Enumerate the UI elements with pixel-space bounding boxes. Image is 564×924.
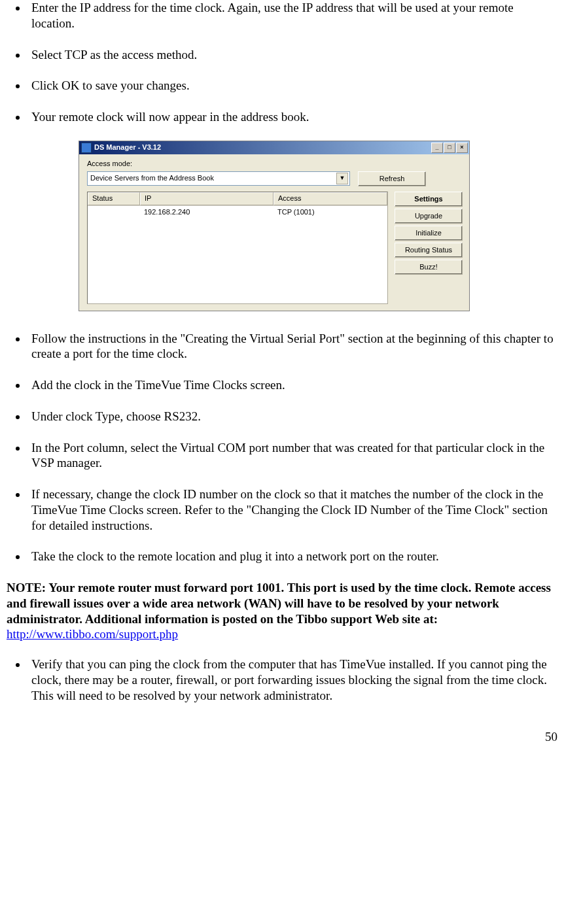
bullet-item: Under clock Type, choose RS232. — [27, 409, 557, 424]
col-status[interactable]: Status — [88, 192, 140, 205]
note-paragraph: NOTE: Your remote router must forward po… — [7, 580, 557, 642]
access-mode-label: Access mode: — [87, 160, 138, 169]
initialize-button[interactable]: Initialize — [395, 226, 463, 241]
table-row[interactable]: 192.168.2.240 TCP (1001) — [88, 206, 387, 219]
bullet-item: If necessary, change the clock ID number… — [27, 487, 557, 533]
app-icon — [81, 143, 92, 153]
bullet-item: Your remote clock will now appear in the… — [27, 109, 557, 125]
bullet-list-top: Enter the IP address for the time clock.… — [7, 0, 557, 125]
chevron-down-icon[interactable]: ▼ — [336, 173, 348, 184]
ds-manager-window: DS Manager - V3.12 _ □ × Access mode: De… — [79, 141, 470, 311]
page-number: 50 — [7, 729, 557, 745]
cell-ip: 192.168.2.240 — [140, 207, 273, 218]
maximize-button[interactable]: □ — [444, 143, 455, 153]
bullet-item: Verify that you can ping the clock from … — [27, 657, 557, 703]
device-list[interactable]: Status IP Access 192.168.2.240 TCP (1001… — [87, 192, 388, 304]
screenshot-figure: DS Manager - V3.12 _ □ × Access mode: De… — [79, 141, 557, 311]
col-ip[interactable]: IP — [140, 192, 273, 205]
settings-button[interactable]: Settings — [395, 192, 463, 207]
note-text: NOTE: Your remote router must forward po… — [7, 581, 551, 626]
bullet-item: Select TCP as the access method. — [27, 47, 557, 63]
upgrade-button[interactable]: Upgrade — [395, 209, 463, 224]
bullet-list-bottom: Verify that you can ping the clock from … — [7, 657, 557, 703]
refresh-button[interactable]: Refresh — [358, 171, 426, 186]
cell-access: TCP (1001) — [273, 207, 387, 218]
bullet-list-mid: Follow the instructions in the "Creating… — [7, 331, 557, 565]
bullet-item: Enter the IP address for the time clock.… — [27, 0, 557, 31]
access-mode-dropdown[interactable]: Device Servers from the Address Book ▼ — [87, 171, 350, 186]
tibbo-support-link[interactable]: http://www.tibbo.com/support.php — [7, 627, 178, 641]
bullet-item: Follow the instructions in the "Creating… — [27, 331, 557, 362]
bullet-item: In the Port column, select the Virtual C… — [27, 440, 557, 471]
minimize-button[interactable]: _ — [431, 143, 443, 153]
bullet-item: Click OK to save your changes. — [27, 78, 557, 94]
window-title: DS Manager - V3.12 — [94, 143, 431, 152]
cell-status — [88, 207, 140, 218]
title-bar: DS Manager - V3.12 _ □ × — [79, 141, 469, 154]
bullet-item: Add the clock in the TimeVue Time Clocks… — [27, 377, 557, 393]
bullet-item: Take the clock to the remote location an… — [27, 549, 557, 564]
routing-status-button[interactable]: Routing Status — [395, 243, 463, 258]
buzz-button[interactable]: Buzz! — [395, 260, 463, 275]
col-access[interactable]: Access — [273, 192, 387, 205]
close-button[interactable]: × — [456, 143, 468, 153]
dropdown-value: Device Servers from the Address Book — [90, 174, 336, 183]
